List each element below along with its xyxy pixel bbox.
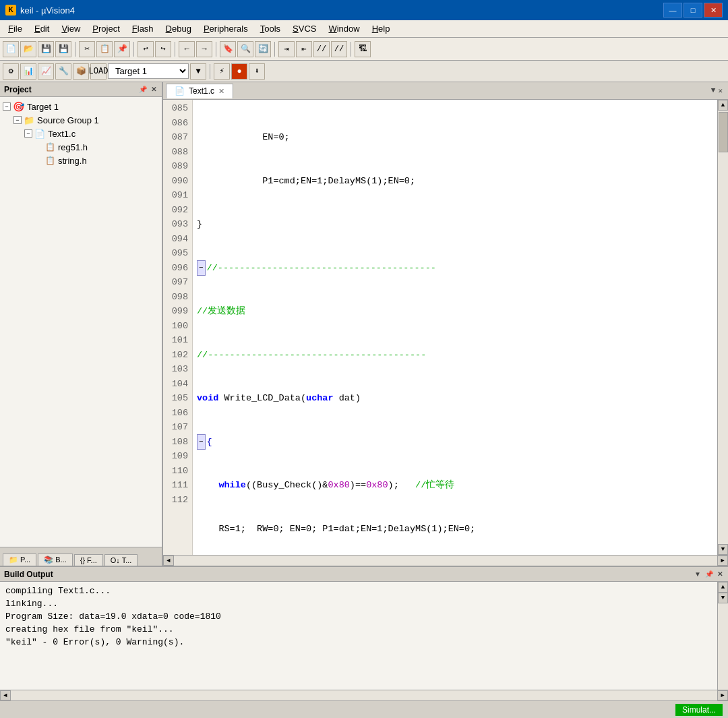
project-panel-title: Project [4, 85, 32, 94]
output-close-button[interactable]: ✕ [716, 570, 724, 578]
scroll-up-button[interactable]: ▲ [718, 100, 728, 111]
menu-window[interactable]: Window [323, 22, 365, 35]
editor-scrollbar-vertical[interactable]: ▲ ▼ [717, 100, 728, 555]
status-bar: Simulat... [0, 700, 728, 718]
output-content: compiling Text1.c... linking... Program … [0, 582, 717, 690]
bookmark-button[interactable]: 🔖 [220, 41, 236, 57]
tab-close-button[interactable]: ✕ [218, 87, 224, 96]
proj-btn1[interactable]: ⚙ [3, 63, 19, 80]
output-line-5: "keil" - 0 Error(s), 0 Warning(s). [5, 636, 712, 649]
tab-filename: Text1.c [189, 86, 214, 96]
menu-view[interactable]: View [56, 22, 86, 35]
tree-item-text1c[interactable]: − 📄 Text1.c [0, 127, 162, 140]
scroll-thumb-v[interactable] [719, 112, 728, 152]
menu-debug[interactable]: Debug [160, 22, 197, 35]
cut-button[interactable]: ✂ [79, 41, 95, 57]
tab-project[interactable]: 📁 P... [3, 554, 36, 566]
output-scroll-up[interactable]: ▲ [718, 582, 728, 593]
tab-books[interactable]: 📚 B... [38, 554, 73, 566]
copy-button[interactable]: 📋 [96, 41, 113, 57]
output-scroll-down[interactable]: ▼ [718, 593, 728, 603]
output-line-1: compiling Text1.c... [5, 585, 712, 597]
output-scrollbar[interactable]: ▲ ▼ [717, 582, 728, 690]
open-file-button[interactable]: 📂 [20, 41, 36, 57]
tab-templates[interactable]: O↓ T... [104, 554, 138, 566]
expand-text1c[interactable]: − [24, 129, 32, 138]
download-button[interactable]: ⬇ [249, 63, 265, 80]
proj-btn6[interactable]: LOAD [90, 63, 107, 80]
find-button[interactable]: 🔍 [237, 41, 253, 57]
comment-button[interactable]: // [313, 41, 330, 57]
outdent-button[interactable]: ⇤ [296, 41, 312, 57]
menu-flash[interactable]: Flash [127, 22, 159, 35]
indent-button[interactable]: ⇥ [278, 41, 295, 57]
proj-btn5[interactable]: 📦 [73, 63, 89, 80]
scroll-track-v[interactable] [718, 111, 728, 544]
scroll-track-h[interactable] [174, 556, 717, 566]
scroll-right-button[interactable]: ► [717, 556, 728, 566]
build-button[interactable]: ● [231, 63, 247, 80]
target-selector[interactable]: Target 1 [108, 63, 189, 79]
expand-sourcegroup1[interactable]: − [13, 116, 22, 124]
code-content[interactable]: EN=0; P1=cmd;EN=1;DelayMS(1);EN=0; } − /… [193, 100, 717, 555]
menu-tools[interactable]: Tools [255, 22, 286, 35]
menu-peripherals[interactable]: Peripherals [198, 22, 253, 35]
panel-close-button[interactable]: ✕ [150, 86, 158, 93]
expand-target1[interactable]: − [3, 102, 11, 111]
nav-back-button[interactable]: ← [179, 41, 195, 57]
tree-item-reg51h[interactable]: 📋 reg51.h [0, 140, 162, 154]
editor-tab-text1c[interactable]: 📄 Text1.c ✕ [166, 84, 233, 98]
proj-btn2[interactable]: 📊 [20, 63, 36, 80]
collapse-092[interactable]: − [197, 434, 206, 450]
translate-button[interactable]: ⚡ [214, 63, 230, 80]
save-all-button[interactable]: 💾 [55, 41, 71, 57]
panel-pin-button[interactable]: 📌 [138, 86, 148, 93]
uncomment-button[interactable]: // [331, 41, 347, 57]
out-scroll-right[interactable]: ► [717, 690, 728, 700]
close-button[interactable]: ✕ [704, 3, 723, 18]
maximize-button[interactable]: □ [684, 3, 702, 18]
target1-icon: 🎯 [13, 101, 24, 112]
replace-button[interactable]: 🔄 [255, 41, 271, 57]
out-scroll-track-h[interactable] [11, 690, 717, 700]
redo-button[interactable]: ↪ [155, 41, 171, 57]
build-output-area: Build Output ▼ 📌 ✕ compiling Text1.c... … [0, 566, 728, 700]
tree-item-target1[interactable]: − 🎯 Target 1 [0, 100, 162, 113]
output-line-3: Program Size: data=19.0 xdata=0 code=181… [5, 610, 712, 623]
app-icon: K [5, 5, 16, 16]
output-dropdown-button[interactable]: ▼ [693, 570, 702, 578]
scroll-left-button[interactable]: ◄ [163, 556, 174, 566]
tree-item-sourcegroup1[interactable]: − 📁 Source Group 1 [0, 113, 162, 127]
separator1 [75, 42, 75, 57]
output-pin-button[interactable]: 📌 [704, 570, 715, 578]
editor-scrollbar-horizontal[interactable]: ◄ ► [163, 555, 728, 566]
scroll-down-button[interactable]: ▼ [718, 544, 728, 555]
menu-svcs[interactable]: SVCS [287, 22, 322, 35]
menu-project[interactable]: Project [87, 22, 125, 35]
output-scrollbar-h[interactable]: ◄ ► [0, 690, 728, 700]
menu-file[interactable]: File [3, 22, 28, 35]
new-file-button[interactable]: 📄 [3, 41, 19, 57]
tree-item-stringh[interactable]: 📋 string.h [0, 154, 162, 167]
build-icon-button[interactable]: 🏗 [355, 41, 371, 57]
undo-button[interactable]: ↩ [138, 41, 154, 57]
collapse-088[interactable]: − [197, 260, 206, 276]
output-line-4: creating hex file from "keil"... [5, 623, 712, 636]
tab-detach-button[interactable]: ✕ [718, 86, 723, 95]
tab-dropdown-button[interactable]: ▼ [711, 86, 716, 95]
menu-edit[interactable]: Edit [29, 22, 55, 35]
output-line-2: linking... [5, 597, 712, 610]
line-numbers: 085 086 087 088 089 090 091 092 093 094 … [163, 100, 193, 555]
proj-btn4[interactable]: 🔧 [55, 63, 71, 80]
save-button[interactable]: 💾 [38, 41, 54, 57]
out-scroll-left[interactable]: ◄ [0, 690, 11, 700]
proj-btn3[interactable]: 📈 [38, 63, 54, 80]
minimize-button[interactable]: — [663, 3, 682, 18]
separator6 [351, 42, 351, 57]
menu-help[interactable]: Help [367, 22, 396, 35]
tab-functions[interactable]: {} F... [74, 554, 103, 566]
nav-forward-button[interactable]: → [196, 41, 212, 57]
tab-file-icon: 📄 [175, 86, 185, 96]
target-options-button[interactable]: ▼ [190, 63, 206, 80]
paste-button[interactable]: 📌 [114, 41, 130, 57]
